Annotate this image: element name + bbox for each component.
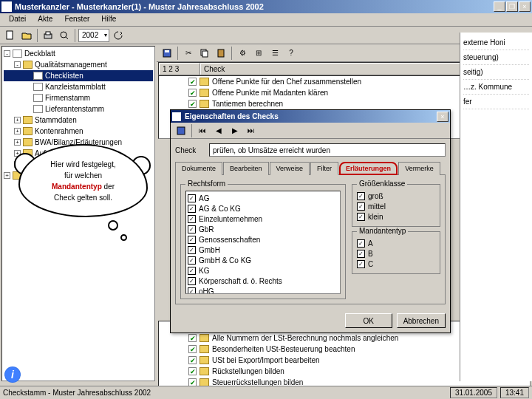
checkbox-icon[interactable]: ✓	[188, 267, 196, 275]
list-icon[interactable]: ☰	[267, 46, 282, 61]
maximize-button[interactable]: ❐	[506, 1, 518, 12]
check-icon[interactable]: ✔	[188, 334, 197, 342]
tab-bearbeiten[interactable]: Bearbeiten	[223, 162, 269, 175]
dialog-close-button[interactable]: ×	[437, 112, 449, 122]
rechtsform-item[interactable]: ✓AG & Co KG	[188, 203, 338, 214]
checkbox-icon[interactable]: ✓	[357, 192, 365, 200]
refresh-icon[interactable]	[111, 28, 126, 43]
tree-node[interactable]: -Qualitätsmanagement	[4, 59, 153, 70]
preview-icon[interactable]	[57, 28, 72, 43]
checkbox-icon[interactable]: ✓	[188, 205, 196, 213]
main-titlebar: Musterkanzler - Musterkanzler(1) - Muste…	[0, 0, 532, 13]
checkbox-icon[interactable]: ✓	[188, 225, 196, 233]
expand-icon[interactable]: +	[14, 117, 21, 123]
tree-node[interactable]: Checklisten	[4, 70, 153, 81]
checkbox-icon[interactable]: ✓	[188, 194, 196, 202]
copy-icon[interactable]	[197, 46, 212, 61]
expand-icon[interactable]: +	[14, 128, 21, 134]
expand-icon[interactable]: +	[4, 172, 10, 179]
paste-icon[interactable]	[214, 46, 228, 61]
tree-node[interactable]: +Stammdaten	[4, 115, 153, 126]
check-icon[interactable]: ✔	[188, 100, 197, 108]
checkbox-icon[interactable]: ✓	[357, 202, 365, 211]
rechtsform-item[interactable]: ✓AG	[188, 193, 338, 203]
svg-point-3	[61, 32, 66, 38]
tab-dokumente[interactable]: Dokumente	[175, 162, 222, 175]
rechtsform-item[interactable]: ✓GmbH & Co KG	[188, 255, 338, 265]
check-icon[interactable]: ✔	[188, 345, 197, 353]
dialog-titlebar[interactable]: Eigenschaften des Checks ×	[171, 110, 450, 123]
ok-button[interactable]: OK	[345, 313, 392, 328]
cancel-button[interactable]: Abbrechen	[397, 313, 446, 328]
checkbox-icon[interactable]: ✓	[357, 213, 365, 221]
callout-annotation: Hier wird festgelegt, für welchen Mandan…	[18, 144, 148, 217]
checkbox-icon[interactable]: ✓	[188, 236, 196, 244]
prev-icon[interactable]: ◀	[211, 123, 226, 138]
check-icon[interactable]: ✔	[188, 78, 197, 86]
right-sidebar: externe Honisteuerung)seitig)…z. Kommune…	[460, 33, 532, 381]
open-icon[interactable]	[19, 28, 34, 43]
checkbox-icon[interactable]: ✓	[188, 287, 196, 295]
save-icon[interactable]	[160, 46, 174, 61]
close-button[interactable]: ×	[519, 1, 531, 12]
minimize-button[interactable]: _	[494, 1, 505, 12]
sidebar-fragment: externe Honi	[463, 35, 529, 50]
tree-node[interactable]: -Deckblatt	[4, 48, 153, 59]
check-icon[interactable]: ✔	[188, 89, 197, 97]
rechtsform-item[interactable]: ✓Körperschaft d. ö. Rechts	[188, 276, 338, 286]
expand-icon[interactable]: -	[4, 50, 10, 57]
check-input[interactable]	[209, 143, 446, 157]
checkbox-icon[interactable]: ✓	[357, 260, 365, 268]
tool-icon[interactable]: ⚙	[235, 46, 250, 61]
svg-line-4	[66, 37, 68, 39]
menu-datei[interactable]: Datei	[3, 13, 32, 26]
rechtsform-item[interactable]: ✓GmbH	[188, 245, 338, 255]
sidebar-fragment: steuerung)	[463, 50, 529, 65]
mandantentyp-item[interactable]: ✓C	[357, 259, 435, 269]
col-num[interactable]: 1 2 3	[159, 63, 200, 75]
last-icon[interactable]: ⏭	[244, 123, 259, 138]
year-combo[interactable]: 2002	[78, 29, 109, 42]
mandantentyp-item[interactable]: ✓A	[357, 238, 435, 248]
tree-node[interactable]: +Kontenrahmen	[4, 126, 153, 137]
checkbox-icon[interactable]: ✓	[188, 256, 196, 265]
tree-node[interactable]: Lieferantenstamm	[4, 103, 153, 115]
mandantentyp-item[interactable]: ✓B	[357, 248, 435, 259]
tab-erläuterungen[interactable]: Erläuterungen	[339, 162, 398, 175]
info-icon[interactable]: i	[4, 366, 21, 383]
rechtsform-item[interactable]: ✓KG	[188, 265, 338, 276]
dlg-save-icon[interactable]	[174, 123, 188, 138]
tab-verweise[interactable]: Verweise	[270, 162, 310, 175]
next-icon[interactable]: ▶	[228, 123, 242, 138]
checkbox-icon[interactable]: ✓	[188, 246, 196, 254]
groesse-item[interactable]: ✓groß	[357, 191, 435, 201]
tree-icon[interactable]: ⊞	[251, 46, 266, 61]
menu-akte[interactable]: Akte	[32, 13, 58, 26]
tree-node[interactable]: Kanzleistammblatt	[4, 81, 153, 92]
col-check[interactable]: Check	[200, 63, 493, 75]
rechtsform-list[interactable]: ✓AG✓AG & Co KG✓Einzelunternehmen✓GbR✓Gen…	[185, 191, 341, 294]
check-icon[interactable]: ✔	[188, 356, 197, 364]
new-icon[interactable]	[3, 28, 18, 43]
rechtsform-item[interactable]: ✓Genossenschaften	[188, 234, 338, 245]
cut-icon[interactable]: ✂	[181, 46, 196, 61]
tree-node[interactable]: Firmenstamm	[4, 92, 153, 103]
tab-filter[interactable]: Filter	[310, 162, 338, 175]
first-icon[interactable]: ⏮	[195, 123, 210, 138]
checkbox-icon[interactable]: ✓	[188, 215, 196, 223]
checkbox-icon[interactable]: ✓	[357, 250, 365, 258]
print-icon[interactable]	[41, 28, 55, 43]
expand-icon[interactable]: -	[14, 61, 21, 68]
rechtsform-item[interactable]: ✓GbR	[188, 224, 338, 234]
tab-vermerke[interactable]: Vermerke	[398, 162, 440, 175]
checkbox-icon[interactable]: ✓	[357, 239, 365, 248]
rechtsform-item[interactable]: ✓Einzelunternehmen	[188, 214, 338, 224]
groesse-item[interactable]: ✓klein	[357, 211, 435, 222]
groesse-item[interactable]: ✓mittel	[357, 201, 435, 211]
check-icon[interactable]: ✔	[188, 367, 197, 375]
menu-hilfe[interactable]: Hilfe	[95, 13, 122, 26]
rechtsform-item[interactable]: ✓oHG	[188, 286, 338, 294]
help-icon[interactable]: ?	[284, 46, 299, 61]
checkbox-icon[interactable]: ✓	[188, 277, 196, 285]
menu-fenster[interactable]: Fenster	[58, 13, 95, 26]
